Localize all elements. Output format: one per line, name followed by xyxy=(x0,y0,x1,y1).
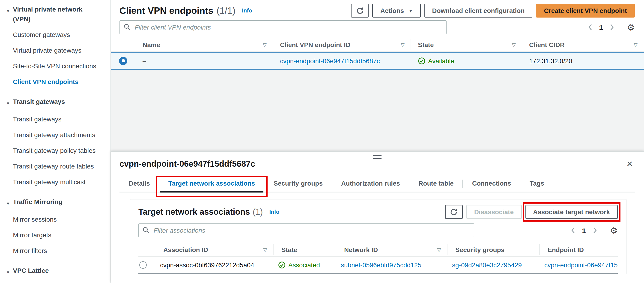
cell-network-id: subnet-0596ebfd975cdd125 xyxy=(333,261,444,269)
search-icon xyxy=(142,227,150,234)
chevron-right-icon xyxy=(593,227,597,234)
download-client-configuration-button[interactable]: Download client configuration xyxy=(424,4,532,18)
column-label: State xyxy=(418,41,434,49)
divider xyxy=(623,21,623,33)
sort-icon: ▽ xyxy=(401,42,404,48)
previous-page-button[interactable] xyxy=(584,24,596,31)
associate-button-wrap: Associate target network xyxy=(525,205,618,219)
collapse-caret-icon: ▼ xyxy=(6,7,13,24)
table-row[interactable]: cvpn-assoc-0bf639762212d5a04 Associated … xyxy=(138,257,618,274)
sidebar-item-customer-gateways[interactable]: Customer gateways xyxy=(0,30,107,40)
column-label: Client VPN endpoint ID xyxy=(280,41,350,49)
next-page-button[interactable] xyxy=(606,24,618,31)
sidebar-item-virtual-private-gateways[interactable]: Virtual private gateways xyxy=(0,46,107,55)
page-number[interactable]: 1 xyxy=(596,23,606,31)
detail-tabs: Details Target network associations Secu… xyxy=(120,177,635,192)
row-radio-unselected[interactable] xyxy=(139,261,147,269)
cell-endpoint-id: cvpn-endpoint-06e947f15ddf5687c xyxy=(536,261,618,269)
associations-filter-input[interactable] xyxy=(138,223,474,237)
page-number[interactable]: 1 xyxy=(579,226,589,234)
next-page-button[interactable] xyxy=(589,227,601,234)
page: ▼ Virtual private network (VPN) Customer… xyxy=(0,0,644,283)
associations-table-header: Association ID ▽ State Network ID ▽ Secu… xyxy=(138,243,618,257)
sidebar-section-header-transit[interactable]: ▼ Transit gateways xyxy=(0,97,110,109)
column-header-state[interactable]: State xyxy=(274,243,336,256)
network-id-link[interactable]: subnet-0596ebfd975cdd125 xyxy=(341,261,422,269)
disassociate-button[interactable]: Disassociate xyxy=(466,205,522,219)
settings-gear-icon[interactable]: ⚙ xyxy=(610,226,618,235)
cell-endpoint-id: cvpn-endpoint-06e947f15ddf5687c xyxy=(273,57,411,64)
sort-icon: ▽ xyxy=(437,247,441,253)
sidebar-section-header-vpc-lattice[interactable]: ▼ VPC Lattice xyxy=(0,266,110,277)
chevron-down-icon: ▼ xyxy=(408,9,413,13)
sidebar-item-transit-gateway-multicast[interactable]: Transit gateway multicast xyxy=(0,177,107,187)
tab-label: Target network associations xyxy=(168,180,255,187)
tab-security-groups[interactable]: Security groups xyxy=(264,177,332,192)
sidebar-item-mirror-filters[interactable]: Mirror filters xyxy=(0,246,107,256)
status-label: Associated xyxy=(288,261,320,269)
refresh-button[interactable] xyxy=(445,205,463,219)
info-link[interactable]: Info xyxy=(269,209,279,215)
refresh-icon xyxy=(356,7,364,15)
cell-association-id: cvpn-assoc-0bf639762212d5a04 xyxy=(148,261,270,269)
column-header-state[interactable]: State ▽ xyxy=(411,38,522,51)
endpoint-id-link[interactable]: cvpn-endpoint-06e947f15ddf5687c xyxy=(544,261,618,269)
refresh-button[interactable] xyxy=(351,4,369,18)
column-header-security-groups[interactable]: Security groups xyxy=(448,243,540,256)
sidebar-section-label: Traffic Mirroring xyxy=(13,197,99,209)
page-title: Client VPN endpoints xyxy=(120,5,213,16)
close-icon[interactable]: ✕ xyxy=(624,159,635,169)
sidebar-section-header-mirroring[interactable]: ▼ Traffic Mirroring xyxy=(0,197,110,209)
associate-target-network-button[interactable]: Associate target network xyxy=(525,205,618,219)
sidebar-item-site-to-site-vpn[interactable]: Site-to-Site VPN connections xyxy=(0,61,107,71)
create-client-vpn-endpoint-button[interactable]: Create client VPN endpoint xyxy=(536,4,635,18)
table-row[interactable]: – cvpn-endpoint-06e947f15ddf5687c Availa… xyxy=(111,52,644,70)
column-header-endpoint-id[interactable]: Endpoint ID xyxy=(540,243,618,256)
column-label: State xyxy=(282,246,297,253)
list-header: Client VPN endpoints (1/1) Info Actions … xyxy=(111,0,644,18)
chevron-right-icon xyxy=(610,24,614,31)
refresh-icon xyxy=(450,208,458,216)
row-select-cell xyxy=(138,261,148,269)
column-header-client-cidr[interactable]: Client CIDR ▽ xyxy=(522,38,644,51)
associations-card-header: Target network associations (1) Info Dis… xyxy=(138,205,618,219)
column-header-association-id[interactable]: Association ID ▽ xyxy=(151,243,274,256)
endpoint-filter-input[interactable] xyxy=(120,20,446,34)
tab-details[interactable]: Details xyxy=(120,177,159,192)
endpoint-id-link[interactable]: cvpn-endpoint-06e947f15ddf5687c xyxy=(280,57,380,64)
actions-dropdown-button[interactable]: Actions ▼ xyxy=(372,4,421,18)
vpc-console: ▼ Virtual private network (VPN) Customer… xyxy=(0,0,644,283)
tab-tags[interactable]: Tags xyxy=(520,177,553,192)
tab-authorization-rules[interactable]: Authorization rules xyxy=(332,177,409,192)
column-label: Endpoint ID xyxy=(548,246,584,253)
previous-page-button[interactable] xyxy=(567,227,579,234)
check-circle-icon xyxy=(418,57,425,64)
tab-connections[interactable]: Connections xyxy=(463,177,520,192)
sidebar-item-mirror-targets[interactable]: Mirror targets xyxy=(0,230,107,240)
column-header-endpoint-id[interactable]: Client VPN endpoint ID ▽ xyxy=(273,38,411,51)
sidebar-section-transit-gateways: ▼ Transit gateways Transit gateways Tran… xyxy=(0,97,110,187)
select-column xyxy=(138,243,151,256)
security-group-link[interactable]: sg-09d2a80e3c2795429 xyxy=(452,261,522,269)
sidebar-item-client-vpn-endpoints[interactable]: Client VPN endpoints xyxy=(0,77,107,87)
sidebar-item-transit-gateway-attachments[interactable]: Transit gateway attachments xyxy=(0,130,107,140)
sidebar-section-label: VPC Lattice xyxy=(13,266,99,277)
column-header-name[interactable]: Name ▽ xyxy=(136,38,273,51)
column-label: Client CIDR xyxy=(529,41,565,49)
settings-gear-icon[interactable]: ⚙ xyxy=(627,23,635,32)
associations-actions: Disassociate Associate target network xyxy=(445,205,618,219)
tab-route-table[interactable]: Route table xyxy=(409,177,463,192)
panel-drag-handle-icon[interactable] xyxy=(373,155,382,159)
sidebar-item-transit-gateway-policy-tables[interactable]: Transit gateway policy tables xyxy=(0,146,107,156)
associations-filter xyxy=(138,223,474,237)
tab-target-network-associations[interactable]: Target network associations xyxy=(159,177,264,192)
sidebar: ▼ Virtual private network (VPN) Customer… xyxy=(0,0,111,283)
info-link[interactable]: Info xyxy=(242,8,252,14)
detail-panel-title: cvpn-endpoint-06e947f15ddf5687c xyxy=(120,159,255,169)
sidebar-section-header-vpn[interactable]: ▼ Virtual private network (VPN) xyxy=(0,5,110,24)
row-radio-selected[interactable] xyxy=(119,57,127,65)
sidebar-item-transit-gateways[interactable]: Transit gateways xyxy=(0,115,107,124)
sidebar-item-transit-gateway-route-tables[interactable]: Transit gateway route tables xyxy=(0,162,107,171)
sidebar-item-mirror-sessions[interactable]: Mirror sessions xyxy=(0,215,107,224)
column-header-network-id[interactable]: Network ID ▽ xyxy=(336,243,448,256)
